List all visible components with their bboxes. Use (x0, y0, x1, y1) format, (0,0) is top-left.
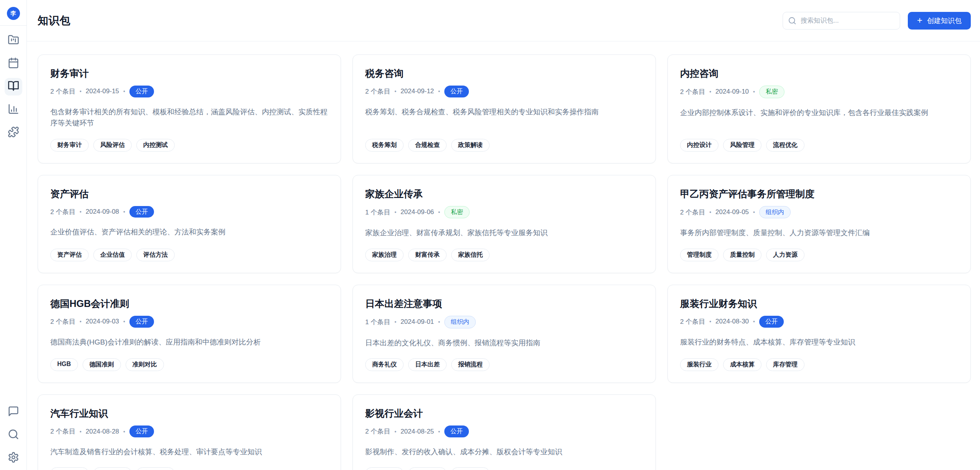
tag-pill: 德国准则 (83, 358, 121, 371)
entry-count: 2 个条目 (365, 87, 390, 96)
tag-pill: 影视行业 (365, 467, 404, 470)
dot-separator: • (709, 89, 711, 95)
tag-pill: 风险管理 (723, 139, 761, 152)
card-description: 企业内部控制体系设计、实施和评价的专业知识库，包含各行业最佳实践案例 (680, 107, 958, 118)
card-tags: 商务礼仪日本出差报销流程 (365, 348, 643, 371)
dot-separator: • (394, 429, 396, 435)
tag-pill: 资产评估 (50, 249, 89, 261)
entry-count: 2 个条目 (680, 208, 705, 217)
dot-separator: • (394, 209, 396, 215)
sidebar-item-calendar[interactable] (5, 55, 22, 73)
card-tags: 汽车行业会计核算审计要点 (50, 457, 328, 470)
card-title: 德国HGB会计准则 (50, 297, 328, 310)
card-date: 2024-09-05 (715, 208, 749, 216)
sidebar-item-knowledge[interactable] (5, 78, 22, 96)
entry-count: 1 个条目 (365, 208, 390, 217)
tag-pill: 审计要点 (136, 467, 175, 470)
chat-icon (8, 406, 19, 419)
card-meta: 2 个条目 • 2024-09-05 • 组织内 (680, 206, 958, 219)
card-date: 2024-09-12 (401, 87, 434, 95)
dot-separator: • (123, 88, 125, 94)
card-title: 内控咨询 (680, 67, 958, 80)
entry-count: 2 个条目 (50, 427, 75, 436)
folder-kanban-icon (8, 34, 19, 47)
tag-pill: 流程优化 (766, 139, 805, 152)
card-tags: HGB德国准则准则对比 (50, 348, 328, 371)
card-title: 家族企业传承 (365, 188, 643, 200)
card-date: 2024-08-30 (715, 318, 749, 325)
tag-pill: 评估方法 (136, 249, 175, 261)
tag-pill: 准则对比 (126, 358, 164, 371)
knowledge-card[interactable]: 财务审计 2 个条目 • 2024-09-15 • 公开 包含财务审计相关的所有… (38, 54, 341, 163)
knowledge-card[interactable]: 内控咨询 2 个条目 • 2024-09-10 • 私密 企业内部控制体系设计、… (667, 54, 971, 163)
sidebar-item-chat[interactable] (5, 403, 22, 421)
card-tags: 服装行业成本核算库存管理 (680, 348, 958, 371)
tag-pill: 日本出差 (408, 358, 447, 371)
topbar-actions: + 创建知识包 (783, 12, 971, 30)
card-description: 影视制作、发行的收入确认、成本分摊、版权会计等专业知识 (365, 446, 643, 457)
card-meta: 2 个条目 • 2024-09-08 • 公开 (50, 206, 328, 218)
create-package-button[interactable]: + 创建知识包 (908, 12, 971, 30)
sidebar-nav (5, 32, 22, 142)
avatar[interactable]: 李 (7, 7, 20, 20)
sidebar-item-plugins[interactable] (5, 124, 22, 142)
tag-pill: 内控设计 (680, 139, 718, 152)
tag-pill: 汽车行业 (50, 467, 89, 470)
knowledge-card[interactable]: 影视行业会计 2 个条目 • 2024-08-25 • 公开 影视制作、发行的收… (353, 394, 656, 470)
visibility-badge: 私密 (444, 206, 470, 219)
card-description: 事务所内部管理制度、质量控制、人力资源等管理文件汇编 (680, 227, 958, 238)
knowledge-card[interactable]: 甲乙丙资产评估事务所管理制度 2 个条目 • 2024-09-05 • 组织内 … (667, 175, 971, 273)
tag-pill: 库存管理 (766, 358, 805, 371)
card-date: 2024-09-03 (86, 318, 119, 325)
tag-pill: 合规检查 (408, 139, 447, 152)
knowledge-card[interactable]: 税务咨询 2 个条目 • 2024-09-12 • 公开 税务筹划、税务合规检查… (353, 54, 656, 163)
dot-separator: • (394, 319, 396, 325)
card-title: 税务咨询 (365, 67, 643, 80)
card-date: 2024-09-08 (86, 208, 119, 216)
card-date: 2024-08-28 (86, 428, 119, 435)
tag-pill: 质量控制 (723, 249, 761, 261)
card-meta: 2 个条目 • 2024-08-25 • 公开 (365, 425, 643, 437)
dot-separator: • (123, 209, 125, 215)
dot-separator: • (753, 209, 755, 215)
tag-pill: 会计核算 (93, 467, 132, 470)
sidebar-item-settings[interactable] (5, 449, 22, 467)
knowledge-card[interactable]: 家族企业传承 1 个条目 • 2024-09-06 • 私密 家族企业治理、财富… (353, 175, 656, 273)
card-date: 2024-08-25 (401, 428, 434, 435)
tag-pill: 商务礼仪 (365, 358, 404, 371)
dot-separator: • (709, 209, 711, 215)
card-meta: 1 个条目 • 2024-09-06 • 私密 (365, 206, 643, 219)
entry-count: 2 个条目 (50, 317, 75, 326)
dot-separator: • (438, 429, 440, 435)
card-meta: 2 个条目 • 2024-09-03 • 公开 (50, 316, 328, 328)
sidebar-divider (0, 25, 27, 26)
dot-separator: • (123, 318, 125, 325)
knowledge-card[interactable]: 汽车行业知识 2 个条目 • 2024-08-28 • 公开 汽车制造及销售行业… (38, 394, 341, 470)
card-meta: 2 个条目 • 2024-08-30 • 公开 (680, 316, 958, 328)
knowledge-card[interactable]: 德国HGB会计准则 2 个条目 • 2024-09-03 • 公开 德国商法典(… (38, 285, 341, 383)
knowledge-card[interactable]: 日本出差注意事项 1 个条目 • 2024-09-01 • 组织内 日本出差的文… (353, 285, 656, 383)
visibility-badge: 公开 (444, 86, 469, 97)
entry-count: 2 个条目 (680, 317, 705, 326)
card-description: 日本出差的文化礼仪、商务惯例、报销流程等实用指南 (365, 337, 643, 348)
entry-count: 2 个条目 (50, 87, 75, 96)
dot-separator: • (123, 429, 125, 435)
visibility-badge: 公开 (129, 425, 154, 437)
dot-separator: • (438, 209, 440, 215)
sidebar-item-analytics[interactable] (5, 101, 22, 119)
sidebar-item-projects[interactable] (5, 32, 22, 49)
search-box (783, 12, 900, 30)
search-input[interactable] (783, 12, 900, 30)
tag-pill: 企业估值 (93, 249, 132, 261)
knowledge-card[interactable]: 服装行业财务知识 2 个条目 • 2024-08-30 • 公开 服装行业的财务… (667, 285, 971, 383)
knowledge-card[interactable]: 资产评估 2 个条目 • 2024-09-08 • 公开 企业价值评估、资产评估… (38, 175, 341, 273)
dot-separator: • (394, 88, 396, 94)
tag-pill: 税务筹划 (365, 139, 404, 152)
gear-icon (8, 452, 19, 465)
card-description: 服装行业的财务特点、成本核算、库存管理等专业知识 (680, 336, 958, 348)
sidebar-bottom-nav (5, 403, 22, 470)
card-description: 企业价值评估、资产评估相关的理论、方法和实务案例 (50, 226, 328, 237)
tag-pill: 人力资源 (766, 249, 805, 261)
tag-pill: 政策解读 (451, 139, 490, 152)
sidebar-item-search[interactable] (5, 426, 22, 444)
